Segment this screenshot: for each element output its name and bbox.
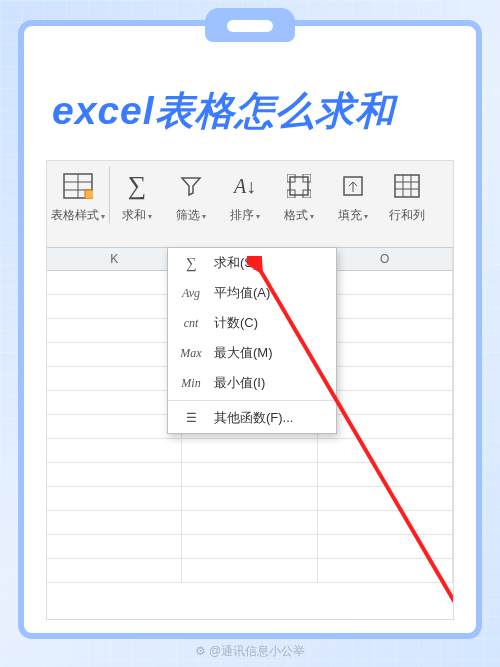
filter-icon	[173, 169, 209, 203]
ribbon-format[interactable]: 格式▾	[272, 167, 326, 224]
excel-screenshot: 表格样式▾ ∑ 求和▾ 筛选▾ A↓ 排序▾ 格式▾	[46, 160, 454, 620]
svg-rect-6	[287, 174, 295, 182]
dropdown-arrow-icon: ▾	[310, 212, 314, 221]
menu-item-more-functions[interactable]: ☰ 其他函数(F)...	[168, 403, 336, 433]
count-icon: cnt	[178, 316, 204, 331]
ribbon-label: 格式	[284, 208, 308, 222]
dropdown-arrow-icon: ▾	[101, 212, 105, 221]
menu-separator	[168, 400, 336, 401]
table-row[interactable]	[47, 535, 453, 559]
max-icon: Max	[178, 346, 204, 361]
svg-rect-5	[290, 177, 308, 195]
svg-rect-7	[303, 174, 311, 182]
ribbon-label: 排序	[230, 208, 254, 222]
column-header[interactable]: K	[47, 248, 182, 270]
svg-rect-12	[395, 175, 419, 197]
menu-item-min[interactable]: Min 最小值(I)	[168, 368, 336, 398]
ribbon-fill[interactable]: 填充▾	[326, 167, 380, 224]
menu-item-max[interactable]: Max 最大值(M)	[168, 338, 336, 368]
dropdown-arrow-icon: ▾	[202, 212, 206, 221]
avg-icon: Avg	[178, 286, 204, 301]
dropdown-arrow-icon: ▾	[256, 212, 260, 221]
format-icon	[281, 169, 317, 203]
ribbon-label: 筛选	[176, 208, 200, 222]
menu-item-sum[interactable]: ∑ 求和(S)	[168, 248, 336, 278]
ribbon-label: 填充	[338, 208, 362, 222]
menu-item-label: 计数(C)	[214, 314, 258, 332]
svg-rect-8	[287, 190, 295, 198]
watermark: ⚙ @通讯信息小公举	[195, 643, 306, 660]
sigma-icon: ∑	[178, 255, 204, 272]
sigma-icon: ∑	[119, 169, 155, 203]
ribbon-sort[interactable]: A↓ 排序▾	[218, 167, 272, 224]
ribbon-filter[interactable]: 筛选▾	[164, 167, 218, 224]
more-icon: ☰	[178, 411, 204, 426]
ribbon-label: 表格样式	[51, 208, 99, 222]
table-style-icon	[60, 169, 96, 203]
table-row[interactable]	[47, 511, 453, 535]
min-icon: Min	[178, 376, 204, 391]
menu-item-label: 最小值(I)	[214, 374, 265, 392]
menu-item-count[interactable]: cnt 计数(C)	[168, 308, 336, 338]
ribbon-label: 行和列	[389, 208, 425, 222]
column-header[interactable]: O	[318, 248, 453, 270]
ribbon-sum[interactable]: ∑ 求和▾	[110, 167, 164, 224]
menu-item-label: 最大值(M)	[214, 344, 273, 362]
sort-icon: A↓	[227, 169, 263, 203]
table-row[interactable]	[47, 463, 453, 487]
ribbon-toolbar: 表格样式▾ ∑ 求和▾ 筛选▾ A↓ 排序▾ 格式▾	[47, 161, 453, 243]
svg-rect-4	[85, 190, 93, 199]
ribbon-label: 求和	[122, 208, 146, 222]
menu-item-label: 平均值(A)	[214, 284, 270, 302]
table-row[interactable]	[47, 439, 453, 463]
menu-item-average[interactable]: Avg 平均值(A)	[168, 278, 336, 308]
table-row[interactable]	[47, 559, 453, 583]
dropdown-arrow-icon: ▾	[364, 212, 368, 221]
menu-item-label: 求和(S)	[214, 254, 257, 272]
page-title: excel表格怎么求和	[24, 26, 476, 160]
fill-icon	[335, 169, 371, 203]
ribbon-rows-cols[interactable]: 行和列	[380, 167, 434, 224]
card-hanger	[205, 8, 295, 42]
table-row[interactable]	[47, 487, 453, 511]
menu-item-label: 其他函数(F)...	[214, 409, 293, 427]
card: excel表格怎么求和 表格样式▾ ∑ 求和▾ 筛选▾ A↓	[18, 20, 482, 639]
ribbon-table-style[interactable]: 表格样式▾	[47, 167, 110, 224]
svg-rect-9	[303, 190, 311, 198]
rows-cols-icon	[389, 169, 425, 203]
dropdown-arrow-icon: ▾	[148, 212, 152, 221]
sum-dropdown-menu: ∑ 求和(S) Avg 平均值(A) cnt 计数(C) Max 最大值(M) …	[167, 247, 337, 434]
